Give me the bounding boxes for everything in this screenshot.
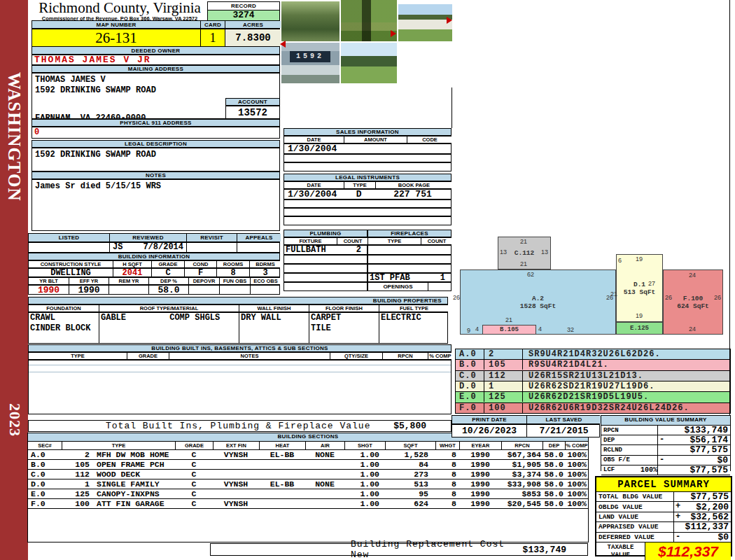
- wall-finish-label: WALL FINISH: [239, 305, 309, 312]
- last-saved-value: 7/21/2015: [526, 425, 601, 437]
- instrument-bookpage: 227 751: [374, 190, 451, 199]
- heat-label: HEAT: [259, 442, 305, 449]
- photo-4-mailbox[interactable]: 1592: [281, 43, 340, 83]
- mailbox-number: 1592: [290, 51, 330, 62]
- plumbing-header: FIXTURE COUNT: [284, 237, 368, 245]
- legend-row-D: D.0 1 U26R62SD21R19U27L19D6.: [456, 382, 730, 392]
- deeded-owner-label: DEEDED OWNER: [31, 46, 280, 55]
- builtins-rpcn-label: RPCN: [382, 353, 428, 359]
- fixture-label: FIXTURE: [284, 238, 337, 244]
- construction-style-label: CONSTRUCTION STYLE: [29, 261, 113, 267]
- dim-d-right: 27: [648, 280, 655, 287]
- map-value-row: 26-131 1 7.8300: [31, 29, 280, 47]
- replacement-cost-label: Building Replacement Cost New: [351, 539, 523, 560]
- photo-next-arrow-icon[interactable]: [391, 30, 396, 37]
- legend-row-C: C.0 112 U26R15SR21U13L21D13.: [456, 371, 730, 382]
- mailing-address-label: MAILING ADDRESS: [31, 65, 280, 73]
- builtins-total-row: Total Built Ins, Plumbing & Fireplace Va…: [28, 420, 451, 432]
- district-name: WASHINGTON: [4, 72, 24, 202]
- photo-1[interactable]: [281, 1, 340, 41]
- parcel-rows: TOTAL BLDG VALUE $77,575 OBLDG VALUE + $…: [596, 492, 731, 542]
- plumbing-title: PLUMBING: [284, 230, 368, 237]
- taxable-row: TAXABLE VALUE $112,337: [596, 542, 731, 560]
- dim-b-left: 4: [475, 326, 479, 332]
- photo-5[interactable]: [341, 43, 397, 83]
- value-summary-title: BUILDING VALUE SUMMARY: [601, 416, 730, 426]
- parcel-row: OBLDG VALUE + $2,200: [596, 502, 731, 512]
- plumbing-row-4: [284, 273, 368, 282]
- legal-description-value: 1592 DRINKING SWAMP ROAD: [31, 148, 280, 172]
- parcel-row: TOTAL BLDG VALUE $77,575: [596, 492, 731, 502]
- building-info-value-2: 1990 1990 58.0: [28, 285, 280, 295]
- deeded-owner-value: THOMAS JAMES V JR: [31, 55, 280, 65]
- builtins-grade-label: GRADE: [127, 353, 169, 359]
- fireplaces-title: FIREPLACES: [368, 230, 451, 237]
- revisit-label: REVISIT: [186, 234, 237, 241]
- sales-code-label: CODE: [407, 136, 452, 143]
- builtins-total-value: $5,800: [393, 421, 426, 431]
- fireplaces-row-3: [368, 264, 451, 273]
- building-sections-header: SEC# TYPE GRADE EXT FIN HEAT AIR SHGT SQ…: [28, 442, 588, 450]
- dim-b-offset: 9: [467, 327, 470, 334]
- instruments-row-3: [284, 208, 451, 216]
- instruments-type-label: TYPE: [344, 182, 375, 188]
- appeals-label: APPEALS: [237, 234, 281, 241]
- value-summary-rows: RPCN $133,749 DEP - $56,174 RCLND $: [601, 426, 730, 475]
- openings-value: [428, 283, 452, 290]
- value-summary-row: LCF 100% $77,575: [601, 465, 730, 475]
- print-date-label: PRINT DATE: [452, 416, 526, 424]
- building-information-title: BUILDING INFORMATION: [28, 253, 280, 260]
- photo-next-arrow2-icon[interactable]: [447, 17, 452, 24]
- mailing-line-2: 1592 DRINKING SWAMP ROAD: [32, 85, 279, 95]
- sketch-area-E: E.125: [616, 322, 663, 335]
- instruments-row-2: [284, 200, 451, 208]
- instruments-date-label: DATE: [284, 182, 344, 188]
- mailing-line-1: THOMAS JAMES V: [32, 74, 279, 85]
- dim-a-top: 62: [527, 271, 534, 278]
- building-properties-values: CRAWL CINDER BLOCK GABLE COMP SHGLS DRY …: [28, 312, 448, 344]
- parcel-row: LAND VALUE + $32,562: [596, 512, 731, 522]
- rooms-value: 8: [216, 269, 249, 276]
- map-number-label: MAP NUMBER: [32, 21, 200, 28]
- fixture-count-value: 2: [356, 246, 367, 254]
- building-section-row: C.0 112 WOOD DECK C 1.00 273 8 1990 $3,3…: [28, 470, 588, 479]
- photo-3[interactable]: [398, 4, 452, 41]
- plumbing-row-3: [284, 264, 368, 273]
- rooms-label: ROOMS: [216, 261, 249, 267]
- roof-value: GABLE COMP SHGLS: [99, 313, 239, 343]
- fireplace-type-value: 1ST PFAB: [368, 274, 410, 281]
- reviewed-label: REVIEWED: [109, 234, 186, 241]
- fixture-value: FULLBATH: [284, 246, 326, 254]
- appeals-value: [237, 243, 281, 252]
- legal-instruments-title: LEGAL INSTRUMENTS: [284, 174, 451, 181]
- photo-prev-arrow-icon[interactable]: [280, 41, 286, 48]
- map-number-value: 26-131: [32, 29, 200, 46]
- sec-grade-label: GRADE: [175, 442, 213, 449]
- last-saved-label: LAST SAVED: [526, 416, 601, 424]
- taxable-label: TAXABLE VALUE: [596, 542, 645, 560]
- review-value-row: JS 7/8/2014: [28, 242, 280, 253]
- district-sidebar: WASHINGTON 2023: [0, 0, 28, 560]
- sales-header: DATE AMOUNT CODE: [284, 136, 451, 144]
- building-section-row: D.0 1 SINGLE FAMILY C VYNSH EL-BB NONE 1…: [28, 479, 588, 489]
- depovr-label: DEPOVR: [188, 278, 219, 284]
- dim-c-bottom: 21: [520, 260, 527, 267]
- type-label: TYPE: [62, 442, 175, 449]
- legend-row-E: E.0 125 U26R62D21SR19D5L19U5.: [456, 392, 730, 402]
- dim-d-left: 21: [610, 290, 617, 298]
- sales-date-label: DATE: [284, 136, 344, 143]
- builtins-type-label: TYPE: [29, 353, 127, 359]
- grade-label: GRADE: [151, 261, 184, 267]
- yrblt-value: 1990: [29, 286, 69, 294]
- instrument-type: D: [343, 190, 374, 199]
- county-header: Richmond County, Virginia Commissioner o…: [32, 1, 207, 20]
- legend-row-B: B.0 105 R9SU4R21D4L21.: [456, 360, 730, 370]
- photo-2[interactable]: [341, 0, 397, 41]
- account-label: ACCOUNT: [225, 98, 280, 106]
- extfin-label: EXT FIN: [213, 442, 259, 449]
- floor-finish-label: FLOOR FINISH: [309, 305, 379, 312]
- revisit-value: [186, 243, 237, 252]
- foundation-label: FOUNDATION: [29, 305, 99, 312]
- building-sketch: A.2 1528 SqFt C.112 B.105 D.1 513 SqFt E…: [455, 232, 732, 346]
- cond-label: COND: [184, 261, 216, 267]
